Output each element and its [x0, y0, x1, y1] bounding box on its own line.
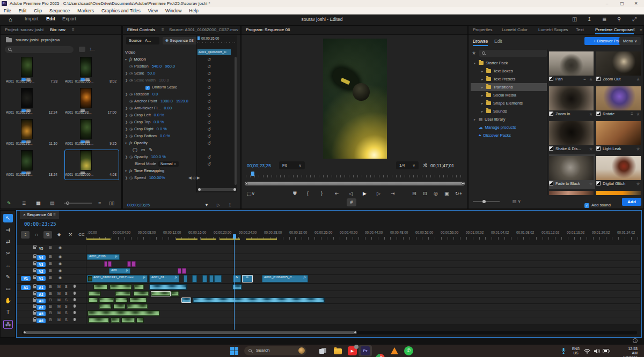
chevron-icon[interactable]: ▸	[481, 76, 486, 84]
mark-in-icon[interactable]: {	[307, 191, 309, 196]
add-sound-checkbox[interactable]: ✓Add sound	[584, 199, 611, 209]
menu-file[interactable]: File	[0, 7, 15, 14]
project-search-input[interactable]	[5, 46, 74, 53]
timeline-clip[interactable]	[93, 284, 108, 290]
chevron-right-icon[interactable]: ❯	[125, 113, 129, 117]
favorite-star-icon[interactable]: ★	[589, 145, 593, 153]
preset-item-shake-dis-[interactable]: Shake & Dis...★	[549, 121, 594, 153]
project-clip[interactable]: A001_01062005...8:02	[65, 57, 119, 86]
favorite-star-icon[interactable]: ★	[589, 180, 593, 188]
sync-lock-icon[interactable]: ⊟	[49, 269, 52, 273]
project-clip[interactable]: A001_0106193...17:00	[65, 88, 119, 117]
menu-window[interactable]: Window	[162, 7, 185, 14]
snap-icon[interactable]: ∩	[32, 231, 41, 239]
project-clip[interactable]: A001_0106195...12:24	[6, 88, 60, 117]
subtab-browse[interactable]: Browse	[473, 39, 488, 46]
preset-item-rotate[interactable]: Rotate≡★	[596, 86, 641, 118]
chevron-icon[interactable]: ▸	[481, 108, 486, 116]
captions-icon[interactable]: CC	[77, 231, 86, 239]
voiceover-mic-icon[interactable]	[74, 318, 76, 321]
reset-icon[interactable]: ↺	[207, 78, 211, 83]
close-button[interactable]: ✕	[629, 0, 643, 7]
hand-tool[interactable]: ✋	[3, 296, 13, 305]
add-marker-icon[interactable]: ⛊	[293, 191, 297, 197]
timeline-clip[interactable]	[151, 291, 171, 296]
param-value[interactable]: 100.00%	[149, 175, 165, 180]
timeline-timecode[interactable]: 00;00;23;25	[24, 221, 56, 227]
tab-premiere-composer[interactable]: Premiere Composer	[595, 27, 634, 34]
mic-icon[interactable]	[561, 348, 566, 354]
timeline-clip[interactable]: A001_01061931_C017.movfx	[87, 275, 148, 282]
item-menu-icon[interactable]: ≡	[583, 76, 586, 83]
favorite-star-icon[interactable]: ★	[636, 145, 640, 153]
voiceover-mic-icon[interactable]	[74, 304, 76, 308]
timeline-clip[interactable]: A001_01062005_C...fx	[262, 275, 308, 282]
timeline-clip[interactable]	[127, 304, 148, 309]
play-icon[interactable]: ▶	[363, 191, 367, 196]
solo-icon[interactable]: S	[65, 298, 68, 302]
preset-item-light-leak[interactable]: Light Leak★	[596, 121, 641, 153]
track-badge-a5[interactable]: A5	[36, 311, 46, 316]
thumbnail-view-icon[interactable]: ▦	[36, 200, 41, 206]
timeline-clip[interactable]	[104, 261, 107, 267]
project-clip[interactable]: A001_0106193...18:24	[6, 150, 60, 180]
timeline-clip[interactable]: A00...fx	[109, 268, 130, 274]
favorite-star-icon[interactable]: ★	[636, 76, 640, 83]
panel-menu-icon[interactable]: ≡	[162, 27, 164, 32]
stopwatch-icon[interactable]: ◷	[129, 113, 134, 117]
quick-search-icon[interactable]: ⚲	[617, 16, 621, 22]
chevron-icon[interactable]: ▸	[481, 92, 486, 100]
razor-tool[interactable]: ✂	[3, 249, 13, 258]
stopwatch-icon[interactable]: ◷	[129, 78, 134, 83]
param-value[interactable]: 960.0	[165, 64, 175, 69]
source-patch-a1[interactable]: A1	[21, 285, 31, 290]
snap-in-program-button[interactable]: #	[347, 198, 356, 206]
sync-lock-icon[interactable]: ⊟	[49, 255, 52, 259]
extract-icon[interactable]: ⊡	[423, 191, 427, 196]
lock-icon[interactable]	[33, 293, 36, 295]
stopwatch-icon[interactable]: ◷	[129, 92, 134, 96]
tree-item-social-media[interactable]: ▸Social Media	[471, 91, 547, 99]
workspace-tab-edit[interactable]: Edit	[46, 16, 55, 21]
mute-icon[interactable]: M	[57, 298, 61, 302]
stopwatch-icon[interactable]: ◷	[129, 99, 134, 103]
list-view-icon[interactable]: ≣	[22, 200, 26, 206]
folder-up-icon[interactable]	[6, 38, 12, 42]
chevron-icon[interactable]: ▸	[481, 68, 486, 76]
tab-text[interactable]: Text	[576, 27, 584, 32]
reset-icon[interactable]: ↺	[207, 155, 211, 160]
add-button-icon[interactable]: +	[459, 191, 462, 196]
timeline-clip[interactable]	[182, 268, 186, 274]
param-value[interactable]: 100.0 %	[151, 154, 166, 159]
timeline-clip[interactable]	[133, 291, 149, 296]
param-value[interactable]: 0.0	[152, 92, 158, 96]
stopwatch-icon[interactable]: ◷	[129, 155, 134, 159]
solo-icon[interactable]: S	[65, 292, 68, 295]
timeline-clip[interactable]	[99, 298, 114, 303]
panel-layout-icon[interactable]: ◫	[572, 16, 577, 22]
go-to-out-icon[interactable]: ⇥	[391, 191, 395, 196]
param-value[interactable]: 50.0	[148, 71, 156, 76]
project-clip[interactable]: A001_01061931...9:25	[65, 119, 119, 148]
zoom-slider[interactable]	[64, 203, 92, 204]
rect-mask-icon[interactable]: ▭	[141, 147, 145, 152]
tab-lumetri-color[interactable]: Lumetri Color	[502, 27, 528, 32]
track-lane-a1[interactable]	[86, 284, 640, 291]
home-icon[interactable]: ⌂	[9, 16, 12, 23]
tree-item-sounds[interactable]: ▸Sounds	[471, 107, 547, 115]
sync-lock-icon[interactable]: ⊟	[49, 298, 52, 302]
youtube-icon[interactable]: ▶	[348, 346, 357, 355]
param-value[interactable]: 0.0 %	[154, 113, 164, 117]
bin-breadcrumb[interactable]: sourav joshi .prproj\raw	[16, 38, 60, 42]
timeline-clip[interactable]	[88, 298, 98, 303]
chevron-icon[interactable]: ▸	[481, 100, 486, 108]
timeline-playhead[interactable]	[234, 234, 235, 330]
fx-icon[interactable]: fx	[129, 168, 132, 173]
zoom-level-select[interactable]: Fit∨	[279, 161, 305, 169]
comparison-view-icon[interactable]: ▣	[444, 191, 449, 196]
language-indicator[interactable]: ENGUS	[572, 347, 580, 355]
timeline-clip[interactable]	[88, 291, 101, 296]
track-lane-a2[interactable]	[86, 291, 640, 298]
blend-mode-select[interactable]: Normal ∨	[158, 161, 179, 167]
favorite-star-icon[interactable]: ★	[589, 76, 593, 83]
